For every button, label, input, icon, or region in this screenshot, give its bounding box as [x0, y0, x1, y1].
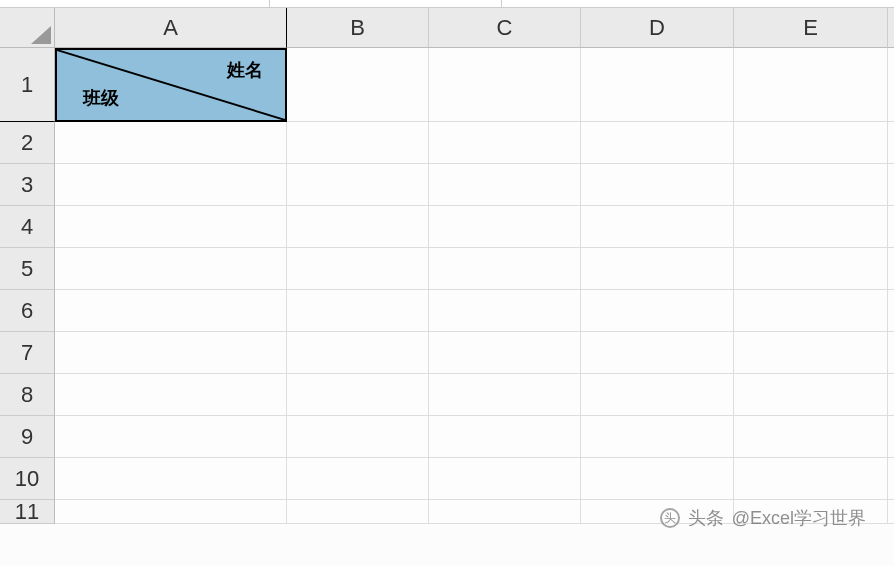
cell-e9[interactable]: [734, 416, 888, 458]
cell-c2[interactable]: [429, 122, 581, 164]
cell-overflow-1: [888, 48, 894, 122]
column-header-d[interactable]: D: [581, 8, 734, 48]
cell-b8[interactable]: [287, 374, 429, 416]
cell-b9[interactable]: [287, 416, 429, 458]
formula-bar: [0, 0, 894, 8]
cell-a1[interactable]: 姓名 班级: [55, 48, 287, 122]
cell-overflow-5: [888, 248, 894, 290]
cell-b5[interactable]: [287, 248, 429, 290]
cell-d7[interactable]: [581, 332, 734, 374]
cell-e4[interactable]: [734, 206, 888, 248]
name-box[interactable]: [5, 0, 270, 7]
row-header-8[interactable]: 8: [0, 374, 55, 416]
column-header-overflow: [888, 8, 894, 48]
row-header-2[interactable]: 2: [0, 122, 55, 164]
cell-c5[interactable]: [429, 248, 581, 290]
cell-d10[interactable]: [581, 458, 734, 500]
cell-a7[interactable]: [55, 332, 287, 374]
row-header-3[interactable]: 3: [0, 164, 55, 206]
cell-d3[interactable]: [581, 164, 734, 206]
cell-b1[interactable]: [287, 48, 429, 122]
cell-a1-top-label: 姓名: [227, 58, 263, 82]
cell-b10[interactable]: [287, 458, 429, 500]
select-all-corner[interactable]: [0, 8, 55, 48]
cell-overflow-3: [888, 164, 894, 206]
cell-c9[interactable]: [429, 416, 581, 458]
select-all-triangle-icon: [31, 26, 51, 44]
cell-a3[interactable]: [55, 164, 287, 206]
cell-b11[interactable]: [287, 500, 429, 524]
cell-e3[interactable]: [734, 164, 888, 206]
row-header-6[interactable]: 6: [0, 290, 55, 332]
cell-a4[interactable]: [55, 206, 287, 248]
cell-a5[interactable]: [55, 248, 287, 290]
formula-input[interactable]: [282, 0, 502, 7]
cell-b4[interactable]: [287, 206, 429, 248]
cell-a6[interactable]: [55, 290, 287, 332]
row-header-4[interactable]: 4: [0, 206, 55, 248]
cell-overflow-4: [888, 206, 894, 248]
row-header-5[interactable]: 5: [0, 248, 55, 290]
cell-overflow-9: [888, 416, 894, 458]
cell-e7[interactable]: [734, 332, 888, 374]
cell-e1[interactable]: [734, 48, 888, 122]
cell-b6[interactable]: [287, 290, 429, 332]
cell-c8[interactable]: [429, 374, 581, 416]
column-header-a[interactable]: A: [55, 8, 287, 48]
spreadsheet-grid: A B C D E 1 姓名 班级 2 3 4 5 6: [0, 8, 894, 524]
column-header-e[interactable]: E: [734, 8, 888, 48]
cell-c11[interactable]: [429, 500, 581, 524]
cell-a1-bottom-label: 班级: [83, 86, 119, 110]
row-header-11[interactable]: 11: [0, 500, 55, 524]
cell-overflow-6: [888, 290, 894, 332]
row-header-1[interactable]: 1: [0, 48, 55, 122]
cell-a11[interactable]: [55, 500, 287, 524]
cell-d4[interactable]: [581, 206, 734, 248]
row-header-10[interactable]: 10: [0, 458, 55, 500]
cell-c7[interactable]: [429, 332, 581, 374]
cell-b3[interactable]: [287, 164, 429, 206]
cell-c1[interactable]: [429, 48, 581, 122]
cell-overflow-10: [888, 458, 894, 500]
cell-a10[interactable]: [55, 458, 287, 500]
cell-overflow-8: [888, 374, 894, 416]
cell-overflow-2: [888, 122, 894, 164]
cell-d5[interactable]: [581, 248, 734, 290]
cell-e2[interactable]: [734, 122, 888, 164]
cell-overflow-7: [888, 332, 894, 374]
cell-e8[interactable]: [734, 374, 888, 416]
cell-c6[interactable]: [429, 290, 581, 332]
cell-a8[interactable]: [55, 374, 287, 416]
column-header-c[interactable]: C: [429, 8, 581, 48]
watermark-logo-icon: 头: [660, 508, 680, 528]
row-header-7[interactable]: 7: [0, 332, 55, 374]
cell-a9[interactable]: [55, 416, 287, 458]
watermark-prefix: 头条: [688, 506, 724, 530]
cell-e5[interactable]: [734, 248, 888, 290]
cell-c3[interactable]: [429, 164, 581, 206]
cell-d2[interactable]: [581, 122, 734, 164]
cell-d9[interactable]: [581, 416, 734, 458]
cell-overflow-11: [888, 500, 894, 524]
cell-e10[interactable]: [734, 458, 888, 500]
watermark-handle: @Excel学习世界: [732, 506, 866, 530]
cell-a2[interactable]: [55, 122, 287, 164]
cell-e6[interactable]: [734, 290, 888, 332]
cell-d8[interactable]: [581, 374, 734, 416]
watermark: 头 头条 @Excel学习世界: [660, 506, 866, 530]
row-header-9[interactable]: 9: [0, 416, 55, 458]
cell-c10[interactable]: [429, 458, 581, 500]
cell-c4[interactable]: [429, 206, 581, 248]
column-header-b[interactable]: B: [287, 8, 429, 48]
cell-b7[interactable]: [287, 332, 429, 374]
cell-d6[interactable]: [581, 290, 734, 332]
cell-b2[interactable]: [287, 122, 429, 164]
cell-d1[interactable]: [581, 48, 734, 122]
